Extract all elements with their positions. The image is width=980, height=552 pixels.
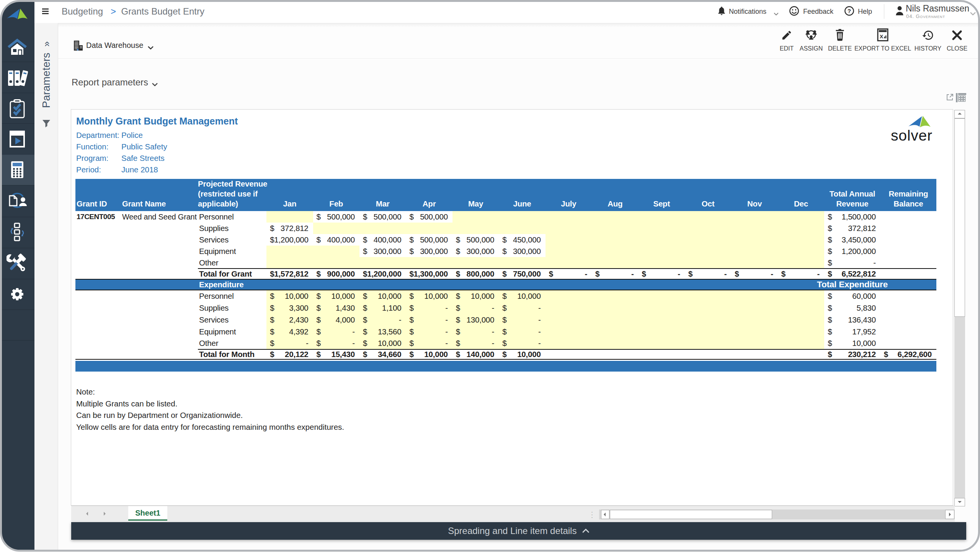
svg-text:?: ?: [848, 8, 851, 14]
svg-text:X: X: [880, 34, 883, 39]
